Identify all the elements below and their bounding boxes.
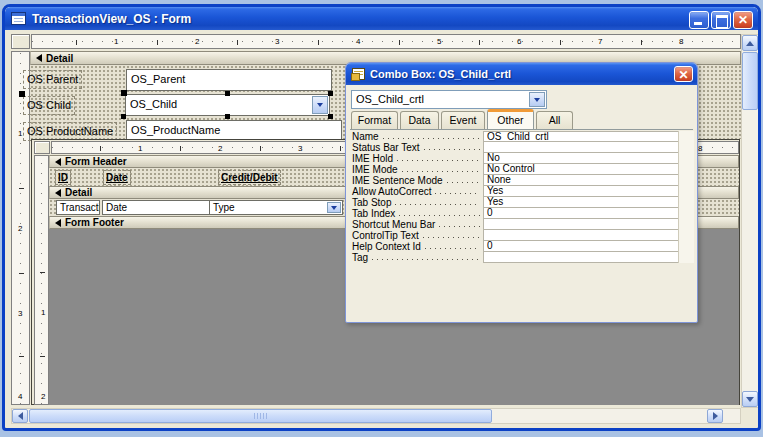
scroll-left-button[interactable] bbox=[12, 409, 28, 423]
section-label: Form Footer bbox=[65, 217, 124, 228]
ruler-number: 3 bbox=[274, 38, 280, 46]
ruler-number: 1 bbox=[137, 145, 143, 153]
form-selector-box[interactable] bbox=[11, 34, 30, 49]
column-label-credit-debit[interactable]: Credit/Debit bbox=[218, 170, 281, 185]
scroll-down-button[interactable] bbox=[742, 391, 758, 407]
column-label-date[interactable]: Date bbox=[103, 170, 131, 185]
ruler-halftick bbox=[180, 146, 181, 151]
ruler-halftick bbox=[340, 146, 341, 151]
combobox-type-text: Type bbox=[213, 202, 235, 213]
combobox-os-child-text: OS_Child bbox=[130, 98, 177, 110]
combobox-os-child[interactable]: OS_Child bbox=[125, 94, 330, 116]
textbox-date[interactable]: Date bbox=[102, 200, 211, 215]
property-name: IME Hold bbox=[349, 153, 483, 164]
scroll-right-button[interactable] bbox=[707, 409, 723, 423]
dialog-titlebar[interactable]: Combo Box: OS_Child_crtl bbox=[346, 63, 697, 85]
dot-leader bbox=[425, 242, 480, 252]
horizontal-ruler: 12345678 bbox=[31, 34, 741, 49]
dot-leader bbox=[399, 209, 480, 219]
selection-handle-bottom-left[interactable] bbox=[121, 114, 126, 119]
ruler-halftick bbox=[40, 356, 45, 357]
ruler-halftick bbox=[76, 40, 77, 45]
arrow-up-icon bbox=[746, 41, 754, 46]
ruler-halftick bbox=[318, 40, 319, 45]
chevron-down-icon bbox=[534, 98, 540, 102]
horizontal-scrollbar[interactable] bbox=[11, 408, 741, 424]
property-sheet-icon bbox=[352, 68, 365, 80]
scroll-up-button[interactable] bbox=[742, 35, 758, 51]
dialog-close-button[interactable] bbox=[674, 66, 693, 82]
ruler-halftick bbox=[560, 40, 561, 45]
close-button[interactable] bbox=[733, 11, 753, 29]
subform-vertical-ruler: 12 bbox=[34, 155, 49, 405]
ruler-halftick bbox=[260, 146, 261, 151]
form-icon bbox=[11, 12, 26, 25]
dot-leader bbox=[424, 143, 480, 153]
property-name: ControlTip Text bbox=[349, 230, 483, 241]
textbox-os-parent[interactable]: OS_Parent bbox=[126, 69, 332, 91]
property-value-field[interactable] bbox=[483, 251, 679, 263]
minimize-button[interactable] bbox=[689, 11, 709, 29]
tab-other[interactable]: Other bbox=[487, 109, 534, 129]
ruler-halftick bbox=[399, 40, 400, 45]
window-title: TransactionView_OS : Form bbox=[32, 12, 191, 26]
property-name: Tab Index bbox=[349, 208, 483, 219]
dot-leader bbox=[423, 231, 480, 241]
vertical-scrollbar[interactable] bbox=[741, 34, 759, 408]
ruler-halftick bbox=[237, 40, 238, 45]
section-label: Form Header bbox=[65, 156, 127, 167]
thumb-grip-icon bbox=[254, 413, 268, 419]
ruler-halftick bbox=[19, 188, 24, 189]
ruler-number: 2 bbox=[194, 38, 200, 46]
property-name: Help Context Id bbox=[349, 241, 483, 252]
section-collapse-icon bbox=[36, 54, 42, 62]
dot-leader bbox=[439, 220, 480, 230]
tab-data[interactable]: Data bbox=[400, 111, 439, 129]
dropdown-button[interactable] bbox=[529, 92, 545, 107]
property-name: Tag bbox=[349, 252, 483, 263]
maximize-button[interactable] bbox=[711, 11, 731, 29]
horizontal-scroll-thumb[interactable] bbox=[29, 409, 492, 423]
tab-format[interactable]: Format bbox=[351, 111, 398, 129]
section-collapse-icon bbox=[55, 158, 61, 166]
tab-event[interactable]: Event bbox=[441, 111, 485, 129]
arrow-left-icon bbox=[18, 412, 23, 420]
ruler-number: 4 bbox=[17, 393, 23, 401]
selection-handle-bottom-right[interactable] bbox=[328, 114, 333, 119]
ruler-number: 6 bbox=[516, 38, 522, 46]
section-label: Detail bbox=[65, 187, 92, 198]
subform-selector-box[interactable] bbox=[34, 141, 50, 154]
dropdown-button[interactable] bbox=[312, 96, 328, 114]
property-grid-scroll-area[interactable] bbox=[678, 131, 694, 263]
ruler-halftick bbox=[19, 356, 24, 357]
chevron-down-icon bbox=[331, 206, 337, 210]
arrow-down-icon bbox=[746, 397, 754, 402]
ruler-number: 2 bbox=[17, 225, 23, 233]
selection-handle-bottom-mid[interactable] bbox=[225, 114, 230, 119]
ruler-halftick bbox=[100, 146, 101, 151]
object-selector-value: OS_Child_crtl bbox=[356, 93, 424, 105]
label-move-handle[interactable] bbox=[19, 91, 25, 97]
ruler-halftick bbox=[157, 40, 158, 45]
selection-handle-top-mid[interactable] bbox=[225, 91, 230, 96]
tab-all[interactable]: All bbox=[536, 111, 573, 129]
window-titlebar[interactable]: TransactionView_OS : Form bbox=[5, 7, 758, 30]
dropdown-button[interactable] bbox=[327, 202, 341, 213]
property-name: Name bbox=[349, 131, 483, 142]
ruler-halftick bbox=[641, 40, 642, 45]
selection-handle-top-right[interactable] bbox=[328, 91, 333, 96]
vertical-scroll-thumb[interactable] bbox=[742, 52, 758, 110]
object-selector-combobox[interactable]: OS_Child_crtl bbox=[351, 90, 547, 109]
ruler-halftick bbox=[479, 40, 480, 45]
dot-leader bbox=[383, 132, 480, 142]
property-row: Tag bbox=[349, 252, 680, 263]
property-name: Status Bar Text bbox=[349, 142, 483, 153]
chevron-down-icon bbox=[317, 103, 323, 107]
textbox-transaction[interactable]: Transactic bbox=[56, 200, 100, 215]
selection-handle-top-left[interactable] bbox=[121, 90, 127, 96]
label-os-parent[interactable]: OS Parent bbox=[23, 70, 82, 89]
column-label-id[interactable]: ID bbox=[55, 170, 71, 185]
property-name: IME Sentence Mode bbox=[349, 175, 483, 186]
combobox-type[interactable]: Type bbox=[209, 200, 343, 215]
label-os-child[interactable]: OS Child bbox=[23, 96, 75, 115]
